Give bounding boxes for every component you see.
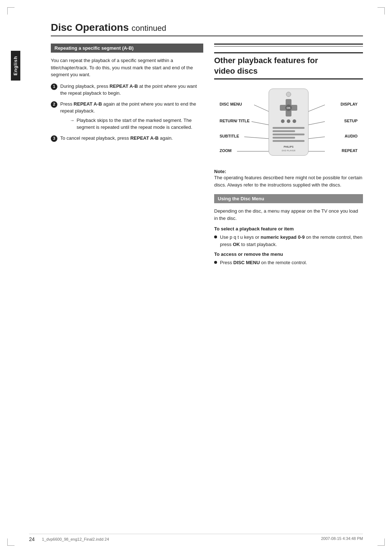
label-subtitle: SUBTITLE <box>220 134 239 138</box>
step-2-bold: REPEAT A-B <box>74 101 102 107</box>
subsection-heading-disc-menu: Using the Disc Menu <box>214 194 363 203</box>
access-menu-bullet: Press DISC MENU on the remote control. <box>214 259 363 266</box>
step-2-text: Press REPEAT A-B again at the point wher… <box>60 101 203 131</box>
label-zoom: ZOOM <box>220 148 232 153</box>
remote-brand: PHILIPS <box>283 146 293 148</box>
label-repeat: REPEAT <box>342 148 358 153</box>
access-menu-heading: To access or remove the menu <box>214 251 363 257</box>
label-display: DISPLAY <box>340 102 358 106</box>
remote-body: OK PHI <box>269 89 309 156</box>
svg-line-0 <box>254 105 269 111</box>
label-setup: SETUP <box>344 119 358 123</box>
second-rule <box>214 46 363 46</box>
remote-btn-1 <box>281 119 285 123</box>
remote-lines <box>273 127 305 143</box>
section-heading-repeat: Repeating a specific segment (A-B) <box>51 44 203 53</box>
left-column: Repeating a specific segment (A-B) You c… <box>51 44 203 269</box>
step-2-number: 2 <box>51 101 57 108</box>
remote-line-1 <box>273 127 305 129</box>
right-section-title: Other playback features for video discs <box>214 52 363 79</box>
remote-diagram: DISC MENU RETURN/ TITLE SUBTITLE ZOOM DI… <box>220 87 358 163</box>
remote-line-4 <box>273 137 295 139</box>
svg-line-4 <box>309 105 325 111</box>
page-title-continued: continued <box>132 24 166 33</box>
note-section: Note: The operating features described h… <box>214 169 363 188</box>
remote-line-2 <box>273 130 295 132</box>
svg-line-5 <box>309 122 325 125</box>
access-menu-text: Press DISC MENU on the remote control. <box>220 259 307 266</box>
label-return-title: RETURN/ TITLE <box>220 119 250 123</box>
bullet-dot-2 <box>214 261 217 264</box>
intro-text: You can repeat the playback of a specifi… <box>51 57 203 78</box>
step-2-arrow: → Playback skips to the start of the mar… <box>70 117 203 131</box>
keys-bold: 0-9 <box>298 234 305 240</box>
bullet-dot-1 <box>214 235 217 238</box>
svg-line-2 <box>244 137 269 139</box>
step-3-number: 3 <box>51 135 57 142</box>
select-feature-heading: To select a playback feature or item <box>214 226 363 232</box>
numeric-keypad-bold: numeric keypad <box>261 234 297 240</box>
step-3-bold: REPEAT A-B <box>130 135 159 141</box>
right-column: Other playback features for video discs … <box>214 44 363 269</box>
disc-menu-bold: DISC MENU <box>233 260 260 265</box>
page-footer: 24 1_dvp6600_98_eng12_Final2.indd 24 200… <box>29 534 363 542</box>
remote-btn-3 <box>293 119 296 123</box>
svg-line-6 <box>309 137 325 139</box>
remote-line-5 <box>273 140 305 142</box>
remote-buttons-row <box>281 119 296 123</box>
right-title-line2: video discs <box>214 66 258 75</box>
select-feature-bullet: Use p q t u keys or numeric keypad 0-9 o… <box>214 234 363 248</box>
page-title-text: Disc Operations <box>51 22 129 33</box>
disc-menu-intro: Depending on the disc, a menu may appear… <box>214 208 363 222</box>
note-text: The operating features described here mi… <box>214 174 363 188</box>
step-3-text: To cancel repeat playback, press REPEAT … <box>60 135 173 142</box>
remote-btn-2 <box>287 119 290 123</box>
right-title-line1: Other playback features for <box>214 56 318 65</box>
page-title: Disc Operations continued <box>51 22 363 36</box>
label-disc-menu: DISC MENU <box>220 102 242 106</box>
remote-type: DVD PLAYER <box>282 149 295 152</box>
arrow-symbol: → <box>70 117 74 131</box>
step-1-text: During playback, press REPEAT A-B at the… <box>60 83 203 97</box>
dpad-ok: OK <box>285 105 292 111</box>
footer-filename: 1_dvp6600_98_eng12_Final2.indd 24 <box>42 537 109 541</box>
footer-date: 2007-08-15 4:34:48 PM <box>321 536 363 542</box>
label-audio: AUDIO <box>345 134 358 138</box>
arrow-text: Playback skips to the start of the marke… <box>77 117 203 131</box>
step-1-bold: REPEAT A-B <box>110 83 138 89</box>
remote-line-3 <box>273 134 305 135</box>
top-rule <box>214 44 363 45</box>
step-1-number: 1 <box>51 83 57 90</box>
step-3: 3 To cancel repeat playback, press REPEA… <box>51 135 203 142</box>
svg-line-1 <box>252 122 269 125</box>
ok-bold: OK <box>233 242 240 247</box>
select-feature-text: Use p q t u keys or numeric keypad 0-9 o… <box>220 234 363 248</box>
step-2: 2 Press REPEAT A-B again at the point wh… <box>51 101 203 131</box>
page-number: 24 <box>29 536 35 542</box>
note-label: Note: <box>214 169 363 174</box>
remote-sensor <box>286 92 291 97</box>
step-1: 1 During playback, press REPEAT A-B at t… <box>51 83 203 97</box>
remote-dpad: OK <box>280 99 297 116</box>
